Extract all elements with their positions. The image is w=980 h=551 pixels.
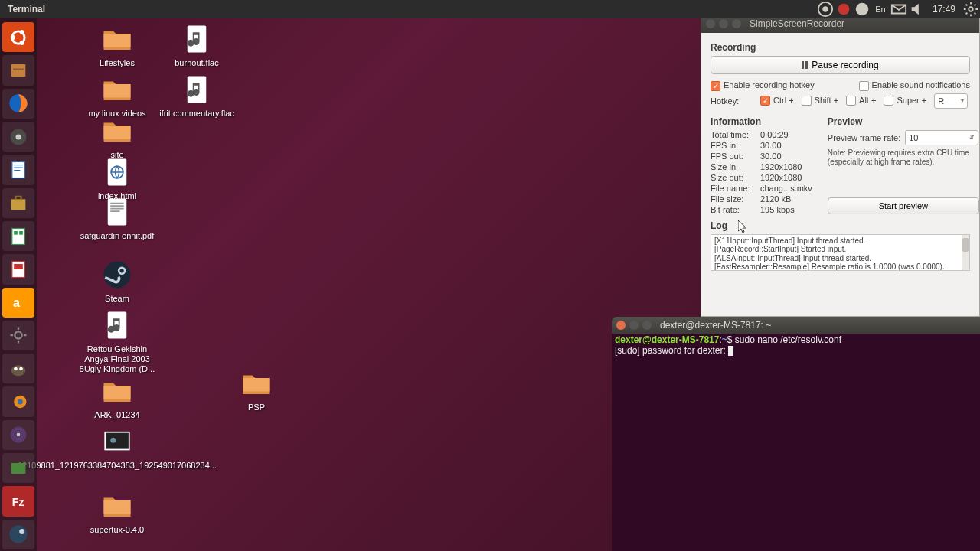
pause-icon (802, 61, 808, 69)
log-heading: Log (710, 220, 970, 231)
amazon-icon[interactable]: a (2, 288, 34, 318)
svg-point-44 (104, 262, 131, 289)
alt-checkbox[interactable]: Alt + (846, 96, 876, 106)
steam-icon[interactable] (2, 520, 34, 549)
svg-point-49 (110, 438, 116, 443)
log-line: [ALSAInput::InputThread] Input thread st… (714, 254, 966, 263)
log-line: [FastResampler::Resample] Resample ratio… (714, 262, 966, 271)
information-heading: Information (710, 116, 812, 127)
svg-rect-18 (11, 200, 26, 210)
svg-rect-19 (12, 228, 24, 244)
log-textarea[interactable]: [X11Input::InputThread] Input thread sta… (710, 234, 970, 271)
desktop-icon-html[interactable]: index.html (75, 156, 159, 201)
writer-icon[interactable] (2, 155, 34, 184)
desktop-icon-image[interactable]: 12109881_1219763384704353_19254901706823… (75, 425, 159, 471)
svg-rect-10 (13, 69, 24, 70)
svg-rect-23 (14, 264, 23, 269)
filezilla-icon[interactable]: Fz (2, 486, 34, 516)
maximize-icon[interactable] (732, 19, 741, 28)
dash-icon[interactable] (2, 22, 34, 52)
media-icon[interactable] (2, 420, 34, 450)
desktop-icon-folder[interactable]: supertux-0.4.0 (75, 490, 159, 535)
hotkey-key-select[interactable]: R▾ (934, 93, 968, 109)
svg-point-25 (15, 332, 21, 339)
info-row: File size:2120 kB (710, 194, 812, 204)
firefox-icon[interactable] (2, 89, 34, 119)
log-line: [PageRecord::StartInput] Started input. (714, 245, 966, 254)
keyboard-indicator[interactable]: En (872, 1, 889, 18)
blender-icon[interactable] (2, 386, 34, 416)
rhythmbox-icon[interactable] (2, 122, 34, 152)
log-line: [X11Input::InputThread] Input thread sta… (714, 236, 966, 246)
unity-launcher: a Fz (0, 18, 37, 551)
svg-rect-15 (14, 165, 23, 165)
volume-indicator-icon[interactable] (909, 1, 926, 18)
impress-icon[interactable] (2, 254, 34, 284)
desktop-icon-folder[interactable]: ARK_01234 (75, 375, 159, 420)
svg-rect-16 (14, 167, 23, 168)
svg-point-46 (120, 269, 124, 272)
maximize-icon[interactable] (642, 321, 652, 330)
steam-indicator-icon[interactable] (817, 1, 834, 18)
gear-indicator-icon[interactable] (962, 1, 979, 18)
minimize-icon[interactable] (719, 19, 728, 28)
svg-text:Fz: Fz (12, 496, 24, 508)
svg-rect-41 (110, 205, 124, 207)
top-menubar: Terminal En 17:49 (0, 0, 980, 18)
hotkey-label: Hotkey: (710, 96, 753, 106)
calc-icon[interactable] (2, 221, 34, 251)
skype-indicator-icon[interactable] (854, 1, 871, 18)
shift-checkbox[interactable]: Shift + (802, 96, 839, 106)
svg-point-32 (17, 433, 21, 437)
desktop-icon-audio[interactable]: Rettou Gekishin Angya Final 2003 5Ugly K… (75, 309, 159, 375)
messages-indicator-icon[interactable] (890, 1, 907, 18)
svg-point-30 (18, 399, 23, 405)
recording-heading: Recording (710, 42, 970, 53)
desktop-icon-folder[interactable]: my linux videos (75, 73, 159, 119)
preview-rate-input[interactable]: 10⇵ (905, 130, 978, 145)
desktop-icon-folder[interactable]: PSP (214, 367, 299, 412)
svg-rect-43 (110, 210, 119, 212)
preview-heading: Preview (828, 116, 979, 127)
desktop-icon-pdf[interactable]: safguardin ennit.pdf (75, 196, 159, 241)
terminal-body[interactable]: dexter@dexter-MS-7817:~$ sudo nano /etc/… (612, 334, 980, 358)
files-icon[interactable] (2, 55, 34, 85)
svg-rect-20 (14, 231, 18, 235)
info-row: File name:chang...s.mkv (710, 184, 812, 193)
ssr-window: SimpleScreenRecorder Recording Pause rec… (701, 14, 980, 317)
svg-rect-17 (14, 170, 20, 171)
record-indicator-icon[interactable] (835, 1, 852, 18)
pause-recording-button[interactable]: Pause recording (710, 56, 970, 74)
svg-point-26 (11, 365, 26, 376)
clock[interactable]: 17:49 (926, 4, 962, 15)
info-row: Size in:1920x1080 (710, 162, 812, 171)
desktop-icon-folder[interactable]: site (75, 115, 159, 160)
enable-hotkey-checkbox[interactable]: ✓Enable recording hotkey (710, 80, 815, 91)
enable-sound-checkbox[interactable]: Enable sound notifications (859, 80, 970, 91)
desktop-icon-folder[interactable]: Lifestyles (75, 23, 159, 68)
close-icon[interactable] (706, 19, 715, 28)
svg-point-36 (19, 529, 24, 534)
super-checkbox[interactable]: Super + (884, 96, 926, 106)
close-icon[interactable] (616, 321, 626, 330)
svg-point-2 (838, 4, 850, 15)
info-row: Bit rate:195 kbps (710, 205, 812, 214)
minimize-icon[interactable] (629, 321, 639, 330)
terminal-titlebar[interactable]: dexter@dexter-MS-7817: ~ (612, 317, 980, 334)
terminal-title: dexter@dexter-MS-7817: ~ (660, 320, 771, 331)
desktop-icon-audio[interactable]: burnout.flac (155, 23, 239, 68)
ctrl-checkbox[interactable]: ✓Ctrl + (760, 96, 794, 106)
desktop-icon-audio[interactable]: ifrit commentary.flac (155, 73, 239, 119)
svg-point-13 (16, 134, 21, 139)
info-row: Size out:1920x1080 (710, 173, 812, 182)
start-preview-button[interactable]: Start preview (828, 197, 979, 214)
info-row: FPS in:30.00 (710, 141, 812, 150)
active-app-name: Terminal (0, 4, 53, 15)
gimp-icon[interactable] (2, 354, 34, 383)
app-icon-1[interactable] (2, 453, 34, 483)
desktop-icon-steam[interactable]: Steam (75, 259, 159, 304)
software-center-icon[interactable] (2, 188, 34, 218)
log-scrollbar[interactable] (962, 235, 969, 270)
preview-rate-label: Preview frame rate: (828, 133, 900, 142)
system-settings-icon[interactable] (2, 321, 34, 350)
